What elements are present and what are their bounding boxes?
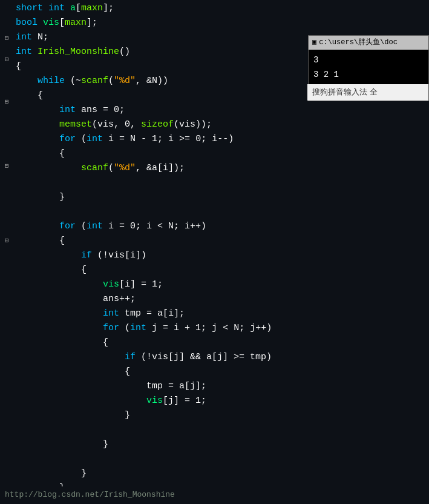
code-line-7: int ans = 0; [13,103,429,118]
token-7-0: int [59,103,76,118]
token-3-0: int [16,45,32,59]
token-0-4: a [70,1,76,16]
token-19-1: [i] = 1; [119,277,163,292]
gutter-line-22[interactable]: ⊟ [0,236,13,247]
token-24-1: (!vis[j] && a[j] [136,350,234,365]
token-3-1 [32,45,38,59]
code-line-28: } [13,408,429,423]
token-11-1: ( [108,161,114,176]
gutter-line-3[interactable]: ⊟ [0,33,13,44]
code-line-16: { [13,234,429,248]
indent-23 [16,336,103,350]
code-line-0: short int a[maxn]; [13,1,429,16]
indent-24 [16,350,125,365]
gutter-line-13 [0,140,13,151]
token-11-3: , &a[i]); [136,161,185,176]
indent-29 [16,423,103,437]
token-0-6: maxn [81,1,103,16]
indent-20 [16,292,103,307]
terminal-line-1: 3 2 1 [313,68,424,82]
terminal-window: ▣ c:\users\胖头鱼\doc 33 2 12 搜狗拼音输入法 全 [308,35,429,101]
indent-27 [16,394,146,408]
gutter-line-9[interactable]: ⊟ [0,97,13,108]
gutter-line-15[interactable]: ⊟ [0,161,13,172]
ime-bar: 搜狗拼音输入法 全 [307,84,428,101]
token-5-5: , &N)) [136,74,168,88]
token-32-0: } [81,466,87,481]
gutter-line-35 [0,374,13,385]
token-0-5: [ [76,1,81,16]
indent-8 [16,118,59,132]
gutter-line-10 [0,108,13,119]
token-1-5: ]; [87,16,97,30]
token-9-7: 0; i--) [190,132,234,147]
token-16-0: { [59,234,65,248]
gutter-line-23 [0,247,13,257]
token-25-0: { [125,365,130,379]
indent-12 [16,176,59,190]
token-5-0: while [38,74,65,88]
status-bar: http://blog.csdn.net/Irish_Moonshine [0,486,308,504]
token-15-1: ( [76,219,87,234]
gutter-line-18 [0,193,13,204]
token-2-0: int [16,30,32,45]
gutter-line-20 [0,214,13,225]
token-10-0: { [59,147,65,161]
gutter-line-11 [0,119,13,130]
gutter-line-26 [0,278,13,289]
terminal-line-0: 3 [313,53,424,68]
token-15-0: for [59,219,76,234]
token-9-3: i = N [103,132,141,147]
indent-16 [16,234,59,248]
token-0-1 [43,1,48,16]
token-1-1 [38,16,43,30]
terminal-icon: ▣ [312,37,316,48]
gutter-line-33 [0,353,13,364]
gutter-line-14 [0,150,13,161]
indent-18 [16,263,81,277]
status-url: http://blog.csdn.net/Irish_Moonshine [5,490,175,499]
gutter-line-2 [0,22,13,33]
token-5-4: "%d" [114,74,136,88]
indent-5 [16,74,38,88]
indent-26 [16,379,146,394]
token-27-0: vis [146,394,163,408]
token-8-1: (vis, 0, [92,118,141,132]
code-line-15: for (int i = 0; i < N; i++) [13,219,429,234]
gutter-line-5[interactable]: ⊟ [0,55,13,65]
token-1-0: bool [16,16,38,30]
token-9-1: ( [76,132,87,147]
gutter-line-8 [0,87,13,98]
code-line-32: } [13,466,429,481]
code-line-31 [13,452,429,466]
indent-25 [16,365,125,379]
token-8-3: (vis)); [174,118,212,132]
code-line-29 [13,423,429,437]
gutter-line-12 [0,129,13,140]
token-1-2: vis [43,16,59,30]
gutter-line-25 [0,268,13,279]
token-3-3: () [119,45,130,59]
token-23-0: { [103,336,108,350]
token-21-0: int [103,307,119,321]
gutter-line-34 [0,363,13,374]
gutter-line-4 [0,44,13,55]
code-line-17: if (!vis[i]) [13,248,429,263]
token-3-2: Irish_Moonshine [38,45,119,59]
token-28-0: } [125,408,130,423]
token-2-1: N; [32,30,48,45]
token-9-6: >= [179,132,190,147]
gutter-line-17 [0,182,13,193]
token-0-3 [65,1,70,16]
indent-6 [16,88,38,103]
gutter-line-0 [0,1,13,12]
token-22-6: < [223,321,228,336]
token-15-4: < [157,219,163,234]
token-24-0: if [125,350,136,365]
token-6-0: { [38,88,43,103]
token-27-1: [j] = 1; [163,394,206,408]
token-22-0: for [103,321,119,336]
token-8-0: memset [59,118,92,132]
indent-7 [16,103,59,118]
token-9-0: for [59,132,76,147]
